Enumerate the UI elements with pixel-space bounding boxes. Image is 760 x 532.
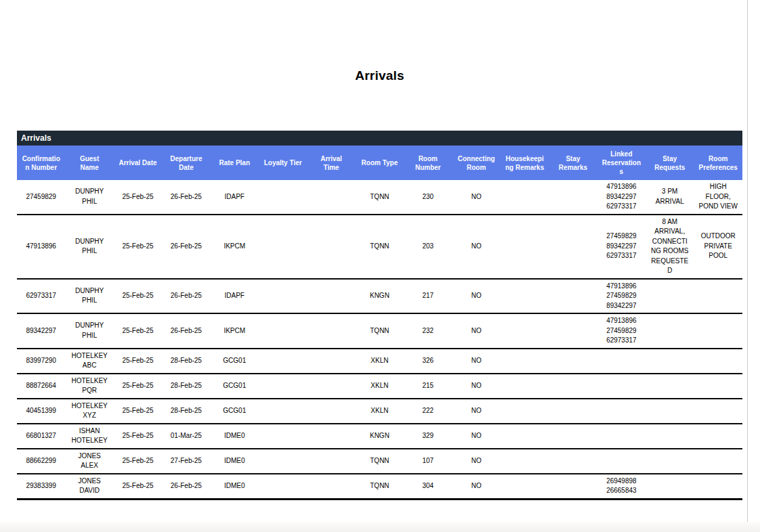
cell-arrival-date: 25-Feb-25 [114, 215, 162, 279]
cell-arrival-date: 25-Feb-25 [114, 399, 162, 424]
bottom-strip [0, 522, 760, 532]
cell-room-type: KNGN [356, 424, 404, 449]
cell-connecting-room: NO [452, 279, 501, 314]
cell-loyalty-tier [259, 374, 307, 399]
cell-stay-remarks [549, 399, 597, 424]
cell-stay-requests [646, 474, 694, 500]
cell-rate-plan: IDAPF [211, 279, 259, 314]
arrivals-report-table: Arrivals Confirmation NumberGuest NameAr… [17, 131, 742, 500]
cell-room-type: XKLN [356, 349, 404, 374]
cell-stay-remarks [549, 349, 597, 374]
cell-room-number: 222 [404, 399, 452, 424]
cell-room-preferences [694, 399, 742, 424]
cell-room-preferences: OUTDOOR PRIVATE POOL [694, 215, 742, 279]
cell-room-preferences [694, 349, 742, 374]
cell-loyalty-tier [259, 215, 307, 279]
cell-departure-date: 28-Feb-25 [162, 399, 210, 424]
cell-room-type: TQNN [356, 449, 404, 474]
section-header-bar: Arrivals [17, 131, 742, 146]
cell-stay-remarks [549, 313, 597, 349]
cell-arrival-date: 25-Feb-25 [114, 349, 162, 374]
cell-rate-plan: IDME0 [211, 474, 259, 500]
column-header-room-preferences: Room Preferences [694, 146, 742, 180]
cell-stay-requests [646, 279, 694, 314]
table-row: 62973317DUNPHY PHIL25-Feb-2526-Feb-25IDA… [17, 279, 742, 314]
cell-confirmation-number: 66801327 [17, 424, 65, 449]
cell-loyalty-tier [259, 424, 307, 449]
cell-stay-requests [646, 449, 694, 474]
cell-housekeeping-remarks [501, 374, 549, 399]
cell-stay-requests: 8 AM ARRIVAL, CONNECTING ROOMS REQUESTED [646, 215, 694, 279]
cell-room-type: TQNN [356, 313, 404, 349]
cell-rate-plan: IDME0 [211, 424, 259, 449]
cell-room-preferences [694, 449, 742, 474]
column-header-stay-remarks: Stay Remarks [549, 146, 597, 180]
cell-connecting-room: NO [452, 215, 501, 279]
cell-guest-name: HOTELKEY XYZ [65, 399, 113, 424]
cell-room-number: 203 [404, 215, 452, 279]
cell-arrival-date: 25-Feb-25 [114, 313, 162, 349]
column-header-guest-name: Guest Name [65, 146, 113, 180]
cell-housekeeping-remarks [501, 313, 549, 349]
cell-arrival-time [307, 424, 355, 449]
cell-stay-remarks [549, 449, 597, 474]
cell-loyalty-tier [259, 399, 307, 424]
cell-arrival-time [307, 180, 355, 215]
cell-arrival-date: 25-Feb-25 [114, 180, 162, 215]
cell-connecting-room: NO [452, 180, 501, 215]
cell-stay-remarks [549, 180, 597, 215]
table-row: 29383399JONES DAVID25-Feb-2526-Feb-25IDM… [17, 474, 742, 500]
cell-room-type: TQNN [356, 180, 404, 215]
cell-linked-reservations [597, 374, 646, 399]
cell-arrival-time [307, 349, 355, 374]
cell-guest-name: HOTELKEY ABC [65, 349, 113, 374]
column-header-arrival-date: Arrival Date [114, 146, 162, 180]
page-title: Arrivals [17, 68, 742, 83]
cell-departure-date: 28-Feb-25 [162, 374, 210, 399]
cell-room-number: 230 [404, 180, 452, 215]
cell-guest-name: DUNPHY PHIL [65, 279, 113, 314]
cell-room-type: XKLN [356, 399, 404, 424]
cell-housekeeping-remarks [501, 215, 549, 279]
cell-housekeeping-remarks [501, 474, 549, 500]
cell-room-number: 329 [404, 424, 452, 449]
cell-room-type: XKLN [356, 374, 404, 399]
cell-housekeeping-remarks [501, 279, 549, 314]
table-row: 66801327ISHAN HOTELKEY25-Feb-2501-Mar-25… [17, 424, 742, 449]
cell-guest-name: DUNPHY PHIL [65, 180, 113, 215]
cell-arrival-time [307, 215, 355, 279]
cell-connecting-room: NO [452, 349, 501, 374]
column-header-departure-date: Departure Date [162, 146, 210, 180]
cell-housekeeping-remarks [501, 349, 549, 374]
cell-departure-date: 26-Feb-25 [162, 279, 210, 314]
table-row: 88872664HOTELKEY PQR25-Feb-2528-Feb-25GC… [17, 374, 742, 399]
cell-room-number: 326 [404, 349, 452, 374]
cell-room-number: 232 [404, 313, 452, 349]
cell-stay-remarks [549, 374, 597, 399]
cell-loyalty-tier [259, 180, 307, 215]
cell-connecting-room: NO [452, 424, 501, 449]
cell-room-preferences [694, 279, 742, 314]
arrivals-table: Confirmation NumberGuest NameArrival Dat… [17, 146, 742, 500]
cell-loyalty-tier [259, 313, 307, 349]
column-header-loyalty-tier: Loyalty Tier [259, 146, 307, 180]
column-header-linked-reservations: Linked Reservations [597, 146, 646, 180]
column-header-stay-requests: Stay Requests [646, 146, 694, 180]
cell-linked-reservations: 27459829 89342297 62973317 [597, 215, 646, 279]
column-header-arrival-time: Arrival Time [307, 146, 355, 180]
table-row: 83997290HOTELKEY ABC25-Feb-2528-Feb-25GC… [17, 349, 742, 374]
cell-guest-name: DUNPHY PHIL [65, 215, 113, 279]
cell-loyalty-tier [259, 449, 307, 474]
cell-linked-reservations: 47913896 27459829 62973317 [597, 313, 646, 349]
cell-departure-date: 26-Feb-25 [162, 313, 210, 349]
cell-guest-name: JONES DAVID [65, 474, 113, 500]
cell-departure-date: 01-Mar-25 [162, 424, 210, 449]
cell-room-number: 215 [404, 374, 452, 399]
cell-rate-plan: IKPCM [211, 313, 259, 349]
cell-confirmation-number: 88872664 [17, 374, 65, 399]
cell-stay-requests [646, 349, 694, 374]
cell-guest-name: JONES ALEX [65, 449, 113, 474]
cell-arrival-time [307, 399, 355, 424]
column-header-room-type: Room Type [356, 146, 404, 180]
cell-connecting-room: NO [452, 474, 501, 500]
